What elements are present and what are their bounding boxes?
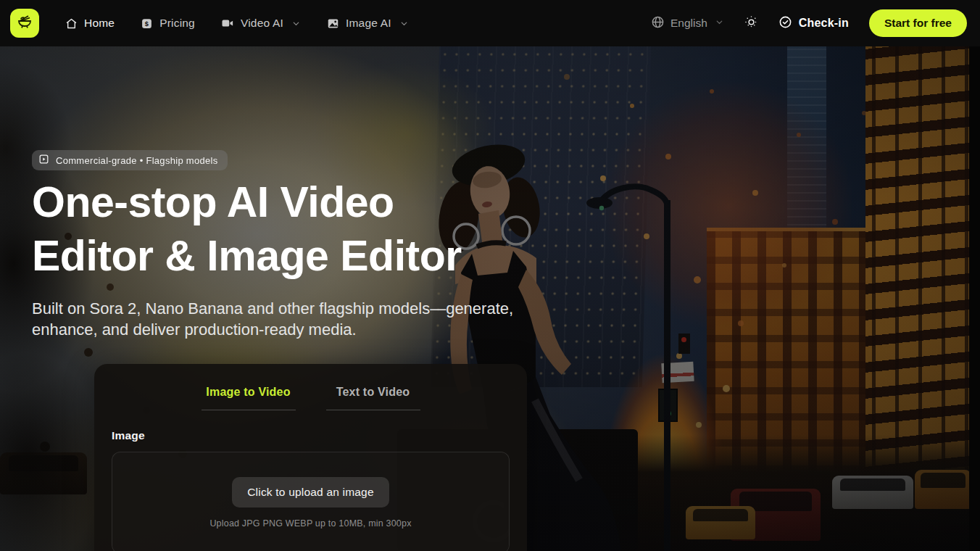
checkin-label: Check-in <box>799 17 849 30</box>
tab-image-to-video[interactable]: Image to Video <box>202 386 296 410</box>
nav-item-home[interactable]: Home <box>65 17 115 30</box>
nav-item-label: Home <box>84 17 115 30</box>
hero-title: One-stop AI Video Editor & Image Editor <box>32 175 462 283</box>
nav-item-video-ai[interactable]: Video AI <box>221 17 301 30</box>
svg-text:$: $ <box>145 20 149 27</box>
hero-content: Commercial-grade • Flagship models One-s… <box>0 46 969 551</box>
chevron-down-icon <box>291 19 301 28</box>
pricing-icon: $ <box>141 17 153 30</box>
check-circle-icon <box>778 15 792 32</box>
hero-title-line1: One-stop AI Video <box>32 178 394 226</box>
nav-item-label: Video AI <box>241 17 283 30</box>
nav-item-label: Pricing <box>159 17 195 30</box>
language-label: English <box>670 17 707 30</box>
generator-tabs: Image to Video Text to Video <box>112 381 510 410</box>
brand-logo[interactable] <box>10 9 39 38</box>
theme-toggle[interactable] <box>744 15 758 31</box>
upload-hint: Upload JPG PNG WEBP up to 10MB, min 300p… <box>209 518 411 529</box>
upload-button[interactable]: Click to upload an image <box>232 477 389 508</box>
chevron-down-icon <box>715 17 724 30</box>
hero-title-line2: Editor & Image Editor <box>32 232 462 280</box>
generator-card: Image to Video Text to Video Image Click… <box>94 364 527 551</box>
hero-badge: Commercial-grade • Flagship models <box>32 150 228 170</box>
main-menu: Home $ Pricing Video AI <box>65 17 409 30</box>
top-nav: Home $ Pricing Video AI <box>0 0 980 46</box>
image-icon <box>327 17 339 30</box>
nav-item-pricing[interactable]: $ Pricing <box>141 17 195 30</box>
hero-subtitle: Built on Sora 2, Nano Banana and other f… <box>32 299 532 340</box>
globe-icon <box>651 15 665 32</box>
nav-item-label: Image AI <box>346 17 391 30</box>
start-free-button[interactable]: Start for free <box>869 9 967 37</box>
nav-item-image-ai[interactable]: Image AI <box>327 17 409 30</box>
sun-icon <box>744 15 758 31</box>
hero-section: Commercial-grade • Flagship models One-s… <box>0 46 969 551</box>
checkin-button[interactable]: Check-in <box>778 15 849 32</box>
hero-badge-text: Commercial-grade • Flagship models <box>56 155 218 166</box>
image-field-label: Image <box>112 429 510 442</box>
language-selector[interactable]: English <box>651 15 724 32</box>
noodle-bowl-icon <box>16 13 33 33</box>
image-upload-dropzone[interactable]: Click to upload an image Upload JPG PNG … <box>112 452 510 551</box>
home-icon <box>65 17 78 30</box>
play-square-icon <box>38 154 49 167</box>
video-camera-icon <box>221 17 234 30</box>
chevron-down-icon <box>399 19 409 28</box>
tab-text-to-video[interactable]: Text to Video <box>326 386 420 410</box>
